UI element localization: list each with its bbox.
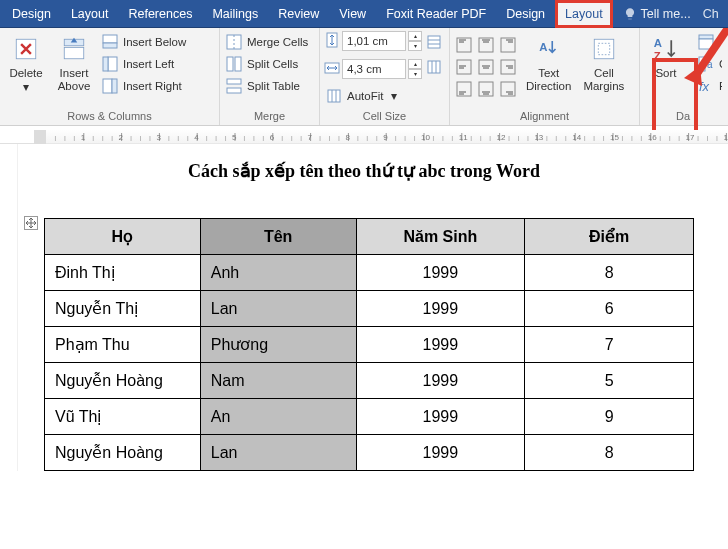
- align-mid-right[interactable]: [498, 57, 518, 77]
- text-direction-button[interactable]: A Text Direction: [522, 31, 575, 94]
- repeat-header-button[interactable]: [696, 33, 722, 51]
- row-height-input[interactable]: 1,01 cm: [342, 31, 406, 51]
- table-row[interactable]: Nguyễn HoàngLan19998: [45, 435, 694, 471]
- sort-button[interactable]: AZ Sort: [644, 31, 688, 82]
- header-ho[interactable]: Họ: [45, 219, 201, 255]
- tab-foxit[interactable]: Foxit Reader PDF: [376, 0, 496, 28]
- vertical-ruler[interactable]: [0, 144, 18, 471]
- table-row[interactable]: Nguyễn HoàngNam19995: [45, 363, 694, 399]
- text-direction-label1: Text: [538, 67, 559, 80]
- merge-cells-icon: [226, 34, 242, 50]
- align-top-left[interactable]: [454, 35, 474, 55]
- table-move-handle[interactable]: [24, 216, 38, 230]
- table-row[interactable]: Nguyễn ThịLan19996: [45, 291, 694, 327]
- distribute-cols-icon[interactable]: [426, 59, 442, 78]
- cell-diem[interactable]: 9: [525, 399, 694, 435]
- tab-design[interactable]: Design: [2, 0, 61, 28]
- cell-ten[interactable]: Lan: [200, 291, 356, 327]
- insert-left-label: Insert Left: [123, 58, 174, 70]
- cell-nam[interactable]: 1999: [356, 363, 525, 399]
- cell-ten[interactable]: Nam: [200, 363, 356, 399]
- insert-right-button[interactable]: Insert Right: [100, 77, 188, 95]
- cell-nam[interactable]: 1999: [356, 327, 525, 363]
- cell-diem[interactable]: 6: [525, 291, 694, 327]
- cell-ten[interactable]: Lan: [200, 435, 356, 471]
- formula-icon: fx: [698, 78, 714, 94]
- split-cells-button[interactable]: Split Cells: [224, 55, 310, 73]
- cell-nam[interactable]: 1999: [356, 291, 525, 327]
- distribute-rows-icon[interactable]: [426, 34, 442, 53]
- cell-margins-icon: [588, 33, 620, 65]
- align-mid-center[interactable]: [476, 57, 496, 77]
- tab-review[interactable]: Review: [268, 0, 329, 28]
- repeat-header-icon: [698, 34, 714, 50]
- align-bot-left[interactable]: [454, 79, 474, 99]
- align-top-right[interactable]: [498, 35, 518, 55]
- align-bot-right[interactable]: [498, 79, 518, 99]
- cell-margins-button[interactable]: Cell Margins: [579, 31, 628, 94]
- formula-button[interactable]: fxForm: [696, 77, 722, 95]
- text-direction-icon: A: [533, 33, 565, 65]
- cell-ho[interactable]: Vũ Thị: [45, 399, 201, 435]
- row-height-icon: [324, 32, 340, 51]
- cell-diem[interactable]: 8: [525, 255, 694, 291]
- insert-right-label: Insert Right: [123, 80, 182, 92]
- horizontal-ruler[interactable]: 123456789101112131415161718: [0, 130, 728, 144]
- svg-text:16: 16: [648, 133, 657, 142]
- cell-nam[interactable]: 1999: [356, 255, 525, 291]
- tab-references[interactable]: References: [118, 0, 202, 28]
- split-table-icon: [226, 78, 242, 94]
- cell-nam[interactable]: 1999: [356, 399, 525, 435]
- truncated-tab: Ch: [701, 0, 721, 28]
- cell-ho[interactable]: Nguyễn Thị: [45, 291, 201, 327]
- group-alignment: A Text Direction Cell Margins Alignment: [450, 28, 640, 125]
- cell-diem[interactable]: 8: [525, 435, 694, 471]
- tab-mailings[interactable]: Mailings: [202, 0, 268, 28]
- data-table[interactable]: Họ Tên Năm Sinh Điểm Đinh ThịAnh19998Ngu…: [44, 218, 694, 471]
- align-bot-center[interactable]: [476, 79, 496, 99]
- delete-icon: [10, 33, 42, 65]
- convert-to-text-button[interactable]: aCon: [696, 55, 722, 73]
- delete-button[interactable]: Delete ▾: [4, 31, 48, 96]
- col-width-input[interactable]: 4,3 cm: [342, 59, 406, 79]
- tab-view[interactable]: View: [329, 0, 376, 28]
- autofit-button[interactable]: AutoFit▾: [324, 87, 422, 105]
- cell-diem[interactable]: 5: [525, 363, 694, 399]
- table-row[interactable]: Phạm ThuPhương19997: [45, 327, 694, 363]
- cell-ten[interactable]: Anh: [200, 255, 356, 291]
- insert-above-button[interactable]: Insert Above: [52, 31, 96, 94]
- align-top-center[interactable]: [476, 35, 496, 55]
- cell-ho[interactable]: Nguyễn Hoàng: [45, 363, 201, 399]
- merge-cells-button[interactable]: Merge Cells: [224, 33, 310, 51]
- table-row[interactable]: Đinh ThịAnh19998: [45, 255, 694, 291]
- header-namsinh[interactable]: Năm Sinh: [356, 219, 525, 255]
- tab-table-design[interactable]: Design: [496, 0, 555, 28]
- tab-layout[interactable]: Layout: [61, 0, 119, 28]
- table-row[interactable]: Vũ ThịAn19999: [45, 399, 694, 435]
- header-ten[interactable]: Tên: [200, 219, 356, 255]
- group-label-data: Da: [644, 108, 722, 125]
- cell-diem[interactable]: 7: [525, 327, 694, 363]
- cell-ho[interactable]: Nguyễn Hoàng: [45, 435, 201, 471]
- cell-ten[interactable]: An: [200, 399, 356, 435]
- merge-cells-label: Merge Cells: [247, 36, 308, 48]
- col-width-spinner[interactable]: ▴▾: [408, 59, 422, 79]
- cell-ho[interactable]: Đinh Thị: [45, 255, 201, 291]
- align-mid-left[interactable]: [454, 57, 474, 77]
- header-diem[interactable]: Điểm: [525, 219, 694, 255]
- cell-ten[interactable]: Phương: [200, 327, 356, 363]
- insert-below-button[interactable]: Insert Below: [100, 33, 188, 51]
- cell-nam[interactable]: 1999: [356, 435, 525, 471]
- tab-tell-me[interactable]: Tell me...: [613, 0, 701, 28]
- svg-rect-4: [103, 43, 117, 48]
- row-height-spinner[interactable]: ▴▾: [408, 31, 422, 51]
- split-table-button[interactable]: Split Table: [224, 77, 310, 95]
- table-header-row[interactable]: Họ Tên Năm Sinh Điểm: [45, 219, 694, 255]
- svg-rect-14: [227, 88, 241, 93]
- tab-table-layout[interactable]: Layout: [555, 0, 613, 28]
- cell-ho[interactable]: Phạm Thu: [45, 327, 201, 363]
- insert-left-button[interactable]: Insert Left: [100, 55, 188, 73]
- svg-rect-6: [103, 57, 108, 71]
- svg-text:3: 3: [156, 133, 161, 142]
- lightbulb-icon: [623, 7, 637, 21]
